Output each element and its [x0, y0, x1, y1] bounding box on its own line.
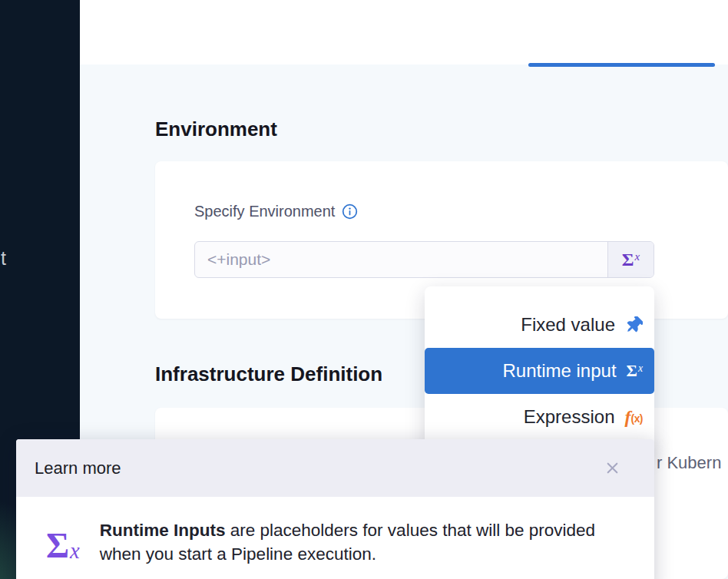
learn-more-popup: Learn more Σx Runtime Inputs are placeho…: [16, 439, 654, 579]
menu-item-runtime-input[interactable]: Runtime input Σx: [425, 348, 654, 394]
popup-header: Learn more: [16, 439, 654, 497]
pin-icon: [625, 316, 643, 334]
value-type-toggle-button[interactable]: Σx: [607, 242, 654, 277]
description-bold: Runtime Inputs: [100, 521, 226, 540]
stage-tabbar: [80, 0, 728, 65]
close-icon: [604, 460, 620, 476]
environment-input-group: Σx: [194, 241, 654, 278]
value-type-menu: Fixed value Runtime input Σx Expression …: [425, 286, 654, 452]
active-tab-underline: [528, 63, 715, 67]
info-icon[interactable]: [342, 203, 358, 220]
specify-environment-row: Specify Environment: [194, 203, 358, 220]
environment-input[interactable]: [195, 242, 607, 277]
menu-item-label: Fixed value: [521, 314, 615, 336]
environment-heading: Environment: [155, 117, 277, 141]
close-button[interactable]: [604, 460, 620, 476]
menu-item-label: Runtime input: [502, 360, 616, 382]
infrastructure-heading: Infrastructure Definition: [155, 362, 382, 386]
menu-item-expression[interactable]: Expression f(x): [425, 394, 654, 440]
menu-item-fixed-value[interactable]: Fixed value: [425, 302, 654, 348]
expression-icon: f(x): [625, 408, 644, 426]
sigma-x-icon: Σx: [627, 362, 643, 379]
kubernetes-text-fragment: r Kubern: [657, 453, 721, 473]
menu-item-label: Expression: [524, 406, 615, 428]
popup-title: Learn more: [35, 458, 121, 478]
app-canvas: t Overview Service Infrastructure Enviro…: [0, 0, 728, 579]
runtime-inputs-description: Runtime Inputs are placeholders for valu…: [100, 518, 597, 566]
sigma-x-icon: Σx: [46, 526, 80, 566]
sidebar-text-fragment: t: [1, 247, 6, 270]
specify-environment-label: Specify Environment: [194, 203, 335, 220]
popup-body: Σx Runtime Inputs are placeholders for v…: [16, 497, 654, 566]
sigma-x-icon: Σx: [622, 250, 640, 269]
